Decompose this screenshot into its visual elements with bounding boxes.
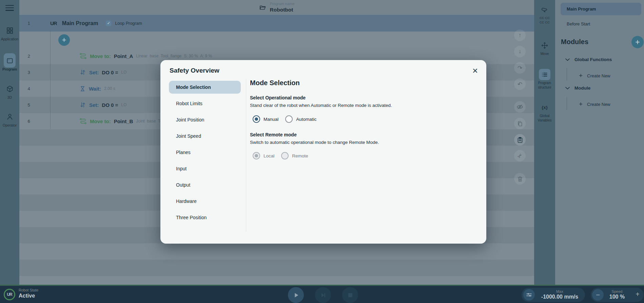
- step-button[interactable]: [315, 287, 331, 303]
- radio-manual[interactable]: [253, 115, 260, 123]
- delete-button[interactable]: [514, 173, 526, 185]
- left-nav: Application Program 3D Operator: [0, 0, 19, 285]
- program-row-main[interactable]: 1 UR Main Program ✓ Loop Program: [19, 15, 534, 32]
- main-program-title: Main Program: [62, 20, 98, 26]
- folder-icon: [259, 4, 267, 11]
- modules-title: Modules: [561, 38, 588, 46]
- toolbar-item-gesture[interactable]: CC CC CC CC: [534, 5, 555, 25]
- panel-item-main-program[interactable]: Main Program: [561, 3, 641, 15]
- menu-icon[interactable]: [5, 3, 14, 12]
- group-global-functions[interactable]: Global Functions: [565, 57, 612, 62]
- speed-value: 100 %: [604, 294, 630, 300]
- paste-button[interactable]: [514, 134, 526, 146]
- loop-program-checkbox[interactable]: ✓: [106, 21, 111, 26]
- panel-item-before-start[interactable]: Before Start: [567, 21, 590, 26]
- io-name: DO 0 =: [102, 102, 118, 108]
- row-number-divider: [50, 31, 51, 129]
- tab-planes[interactable]: Planes: [169, 146, 241, 159]
- tab-input[interactable]: Input: [169, 162, 241, 175]
- program-name-label: Program name: [270, 2, 295, 6]
- command-label: Set:: [89, 70, 99, 75]
- group-module[interactable]: Module: [565, 86, 590, 91]
- mode-selection-content: Mode Selection Select Operational mode S…: [250, 60, 477, 244]
- play-button[interactable]: [288, 287, 304, 303]
- row-number: 6: [25, 119, 32, 124]
- robot-state-label: Robot State: [19, 288, 38, 292]
- copy-button[interactable]: [514, 118, 526, 129]
- tree-guide-line: [567, 97, 567, 110]
- insert-row: [19, 32, 534, 48]
- speed-settings-button[interactable]: [523, 289, 535, 301]
- wait-icon: [79, 86, 86, 92]
- row-number: 4: [25, 86, 32, 91]
- tab-joint-position[interactable]: Joint Position: [169, 113, 241, 126]
- remote-mode-description: Switch to automatic operational mode to …: [250, 140, 379, 145]
- set-icon: [79, 69, 86, 76]
- gesture-hand-icon: [534, 5, 555, 16]
- plus-icon: +: [579, 72, 583, 79]
- content-heading: Mode Selection: [250, 79, 300, 87]
- command-label: Set:: [89, 102, 99, 108]
- toolbar-item-move[interactable]: Move: [534, 40, 555, 56]
- io-name: DO 0 =: [102, 70, 118, 75]
- move-arrows-icon: [534, 40, 555, 51]
- program-name-header[interactable]: Program name Robotbot: [19, 0, 534, 15]
- program-name-value: Robotbot: [270, 6, 295, 13]
- add-node-button[interactable]: +: [58, 34, 70, 46]
- right-toolbar: CC CC CC CC Move Program structure {x} G…: [534, 0, 555, 285]
- ur-logo-icon: UR: [50, 20, 57, 26]
- program-structure-list-icon: [534, 69, 555, 80]
- create-new-module-button[interactable]: + Create New: [579, 100, 610, 108]
- command-label: Move to:: [90, 118, 111, 124]
- radio-option-local: Local: [253, 152, 274, 159]
- suppress-button[interactable]: [514, 101, 526, 113]
- move-to-icon: [79, 52, 87, 60]
- toolbar-item-global-variables[interactable]: {x} Global Variables: [534, 102, 555, 122]
- radio-automatic[interactable]: [285, 115, 293, 123]
- sidebar-item-application[interactable]: Application: [0, 25, 19, 41]
- tab-joint-speed[interactable]: Joint Speed: [169, 130, 241, 143]
- tab-hardware[interactable]: Hardware: [169, 195, 241, 208]
- row-number: 3: [25, 70, 32, 75]
- max-speed-pill: Max -1000.00 mm/s: [522, 288, 585, 302]
- radio-option-automatic[interactable]: Automatic: [285, 115, 316, 123]
- sidebar-item-program[interactable]: Program: [0, 55, 19, 71]
- remote-mode-options: Local Remote: [253, 152, 308, 159]
- toolbar-item-program-structure[interactable]: Program structure: [534, 69, 555, 90]
- remote-mode-title: Select Remote mode: [250, 132, 297, 137]
- move-parameters: Linear base Tool_flange S: 30 % A: 9 %: [136, 54, 212, 58]
- cube-3d-icon: [0, 83, 19, 95]
- speed-increase-button[interactable]: +: [636, 290, 640, 298]
- move-up-button[interactable]: ↑: [514, 30, 526, 41]
- app-window: Program name Robotbot 1 UR Main Program …: [0, 0, 644, 303]
- tab-robot-limits[interactable]: Robot Limits: [169, 97, 241, 110]
- empty-row: [19, 276, 534, 285]
- redo-button[interactable]: ↷: [514, 62, 526, 74]
- io-value: LO: [121, 102, 126, 107]
- speed-label: Speed: [604, 289, 630, 293]
- max-speed-value: -1000.00 mm/s: [535, 294, 584, 300]
- add-module-button[interactable]: +: [631, 36, 644, 48]
- stop-button[interactable]: [342, 287, 358, 303]
- operational-mode-title: Select Operational mode: [250, 95, 306, 100]
- tab-output[interactable]: Output: [169, 178, 241, 191]
- radio-option-manual[interactable]: Manual: [253, 115, 278, 123]
- move-down-button[interactable]: ↓: [514, 46, 526, 57]
- wait-duration: 2.00 s: [104, 86, 115, 91]
- tab-mode-selection[interactable]: Mode Selection: [169, 81, 241, 94]
- tab-three-position[interactable]: Three Position: [169, 211, 241, 224]
- undo-button[interactable]: ↶: [514, 78, 526, 90]
- speed-decrease-button[interactable]: −: [592, 289, 604, 301]
- set-icon: [79, 101, 86, 108]
- radio-local-disabled: [253, 152, 260, 159]
- program-structure-panel: Main Program Before Start Modules + Glob…: [555, 0, 644, 285]
- operational-mode-options: Manual Automatic: [253, 115, 316, 123]
- sidebar-item-operator[interactable]: Operator: [0, 111, 19, 127]
- empty-row: [19, 260, 534, 276]
- safety-tab-list: Mode Selection Robot Limits Joint Positi…: [169, 81, 241, 227]
- radio-option-remote: Remote: [281, 152, 308, 159]
- row-number: 1: [25, 21, 32, 26]
- create-new-function-button[interactable]: + Create New: [579, 72, 610, 79]
- global-variables-icon: {x}: [542, 105, 548, 110]
- sidebar-item-3d[interactable]: 3D: [0, 83, 19, 99]
